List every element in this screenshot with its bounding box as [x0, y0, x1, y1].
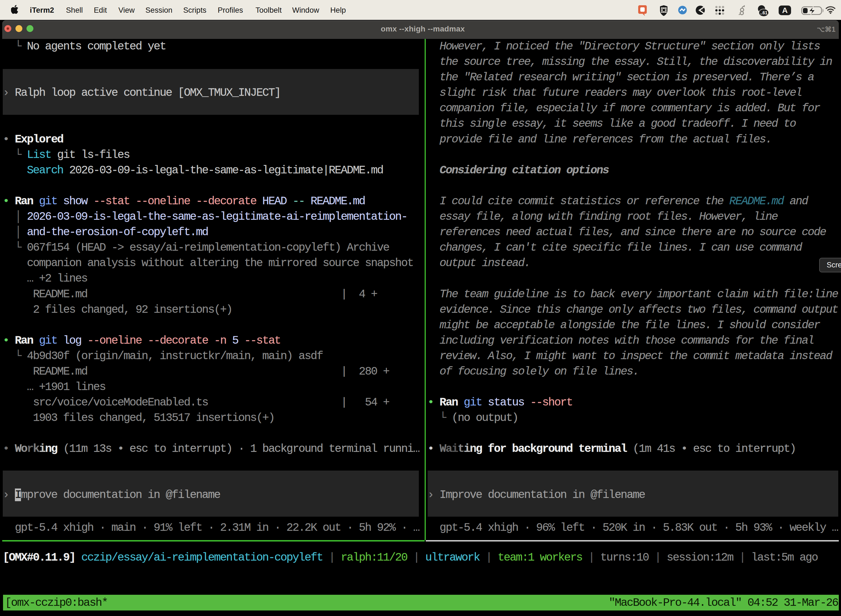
- svg-text:..61: ..61: [760, 10, 768, 15]
